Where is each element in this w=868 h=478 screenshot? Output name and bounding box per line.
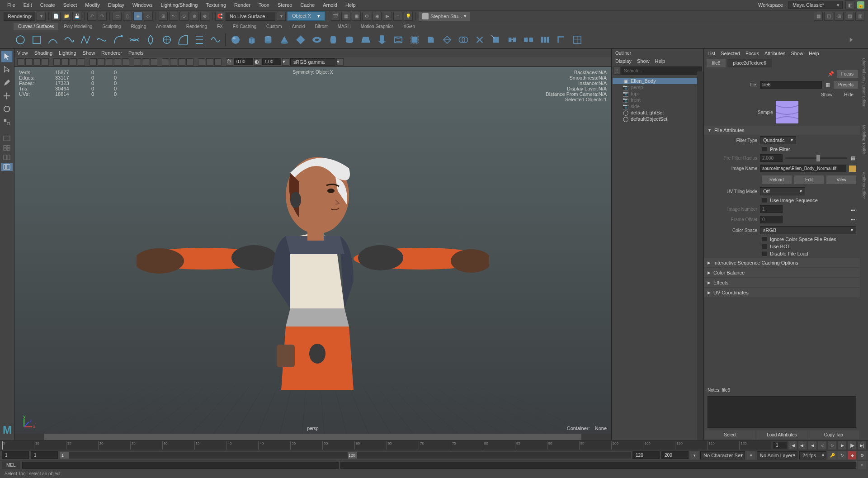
lasso-tool-button[interactable] [1,64,13,76]
vp-aa-button[interactable] [178,58,185,66]
outliner-search-input[interactable] [621,66,702,75]
outliner-item-top[interactable]: 📷top [613,90,703,97]
shelf-bevel-icon[interactable] [424,33,438,47]
range-end-inner-input[interactable] [632,451,660,459]
edit-button[interactable]: Edit [794,175,824,184]
shelf-intersect-icon[interactable] [457,33,470,47]
shelf-tab-motiongraphics[interactable]: Motion Graphics [356,23,398,30]
shelf-curve7-icon[interactable] [144,33,157,47]
play-forward-button[interactable]: ▷ [828,441,836,450]
layout-four-button[interactable] [1,144,13,152]
shelf-curve5-icon[interactable] [111,33,125,47]
shelf-sphere-icon[interactable] [229,33,242,47]
tab-channel-box[interactable]: Channel Box / Layer Editor [862,58,866,107]
vp-textured-button[interactable] [106,58,113,66]
outliner-menu-help[interactable]: Help [655,58,665,64]
menu-edit[interactable]: Edit [20,1,36,9]
outliner-menu-display[interactable]: Display [615,58,632,64]
shelf-tab-sculpting[interactable]: Sculpting [98,23,125,30]
loop-button[interactable]: ↻ [838,451,846,459]
menu-stereo[interactable]: Stereo [274,1,296,9]
shelf-tab-custom[interactable]: Custom [262,23,286,30]
vp-cs-expand-button[interactable]: ▾ [336,58,344,66]
shelf-align-icon[interactable] [538,33,552,47]
image-number-expr-button[interactable]: ⚏ [850,206,856,213]
shelf-curve9-icon[interactable] [176,33,190,47]
shelf-torus-icon[interactable] [310,33,324,47]
shelf-tab-mash[interactable]: MASH [333,23,355,30]
snap-curve-button[interactable]: 〜 [169,12,178,21]
shelf-untrim-icon[interactable] [489,33,503,47]
attr-menu-focus[interactable]: Focus [745,51,759,56]
live-dropdown-button[interactable]: ▾ [277,12,286,21]
section-uv-coords[interactable]: ▶UV Coordinates [704,288,860,297]
use-bot-checkbox[interactable] [762,244,767,249]
step-back-button[interactable]: ◀| [798,441,807,450]
ipr-button[interactable]: ▣ [352,12,361,21]
range-start-outer-input[interactable] [2,451,29,459]
render-view-button[interactable]: 🎬 [331,12,340,21]
scale-tool-button[interactable] [1,116,13,128]
undo-button[interactable]: ↶ [87,12,96,21]
shelf-attach-icon[interactable] [505,33,519,47]
attr-tab-place2dtexture6[interactable]: place2dTexture6 [727,59,771,67]
vp-bookmark-button[interactable] [25,58,33,66]
render-settings-button[interactable]: ⚙ [362,12,371,21]
char-set-opts-button[interactable]: ▾ [747,451,755,459]
panel-layout-5-button[interactable]: ▥ [855,12,864,21]
attr-presets-icon[interactable]: ▦ [825,82,831,88]
vp-cs-dropdown-button[interactable]: ▾ [282,58,289,66]
shelf-tab-animation[interactable]: Animation [151,23,180,30]
vp-isolate-button[interactable] [134,58,141,66]
mode-expand-button[interactable]: ▾ [37,12,46,21]
shelf-square-icon[interactable] [30,33,43,47]
cmd-lang-label[interactable]: MEL [2,461,20,469]
image-name-input[interactable] [760,165,846,172]
menu-cache[interactable]: Cache [297,1,318,9]
light-editor-button[interactable]: 💡 [404,12,413,21]
fps-select[interactable]: 24 fps [799,451,826,459]
shelf-cylinder-icon[interactable] [261,33,275,47]
shelf-open-close-icon[interactable] [554,33,568,47]
shelf-curve10-icon[interactable] [193,33,206,47]
attr-menu-show[interactable]: Show [791,51,803,56]
shelf-revolve-icon[interactable] [326,33,340,47]
select-comp-button[interactable]: ◇ [144,12,153,21]
vp-grid-button[interactable] [53,58,61,66]
vp-lights-button[interactable] [114,58,121,66]
panel-layout-1-button[interactable]: ▦ [814,12,823,21]
section-effects[interactable]: ▶Effects [704,278,860,287]
key-back-button[interactable]: ◀ [808,441,816,450]
menu-render[interactable]: Render [231,1,254,9]
menu-file[interactable]: File [4,1,19,9]
outliner-item-persp[interactable]: 📷persp [613,84,703,90]
view-button[interactable]: View [826,175,856,184]
shelf-tab-rigging[interactable]: Rigging [126,23,151,30]
color-space-select[interactable]: sRGB [760,226,856,234]
attr-hide-button[interactable]: Hide [840,91,858,99]
menu-lightingshading[interactable]: Lighting/Shading [157,1,201,9]
attr-footer-select[interactable]: Select [705,431,755,439]
vp-gate-mask-button[interactable] [78,58,85,66]
outliner-item-defaultobjectset[interactable]: ◯defaultObjectSet [613,116,703,122]
shelf-curve3-icon[interactable] [79,33,92,47]
shelf-curve2-icon[interactable] [62,33,76,47]
workspace-reset-button[interactable]: ◧ [845,0,854,9]
vp-menu-show[interactable]: Show [83,50,95,56]
go-end-button[interactable]: ▶| [858,441,866,450]
vp-shadows-button[interactable] [122,58,129,66]
vp-exposure-button[interactable] [198,58,205,66]
layout-outliner-button[interactable] [1,163,13,171]
shelf-tab-bifrost[interactable]: Bifrost [310,23,332,30]
uv-tiling-select[interactable]: Off [760,187,805,195]
attr-menu-attributes[interactable]: Attributes [764,51,785,56]
attr-menu-help[interactable]: Help [809,51,819,56]
shelf-tab-curvessurfaces[interactable]: Curves / Surfaces [14,23,58,30]
vp-menu-panels[interactable]: Panels [128,50,144,56]
shelf-tab-rendering[interactable]: Rendering [182,23,212,30]
vp-select-cam-button[interactable] [17,58,24,66]
vp-resolution-button[interactable] [70,58,77,66]
panel-layout-4-button[interactable]: ▤ [845,12,854,21]
shelf-cone-icon[interactable] [278,33,291,47]
viewport-hscrollbar[interactable] [14,434,611,440]
